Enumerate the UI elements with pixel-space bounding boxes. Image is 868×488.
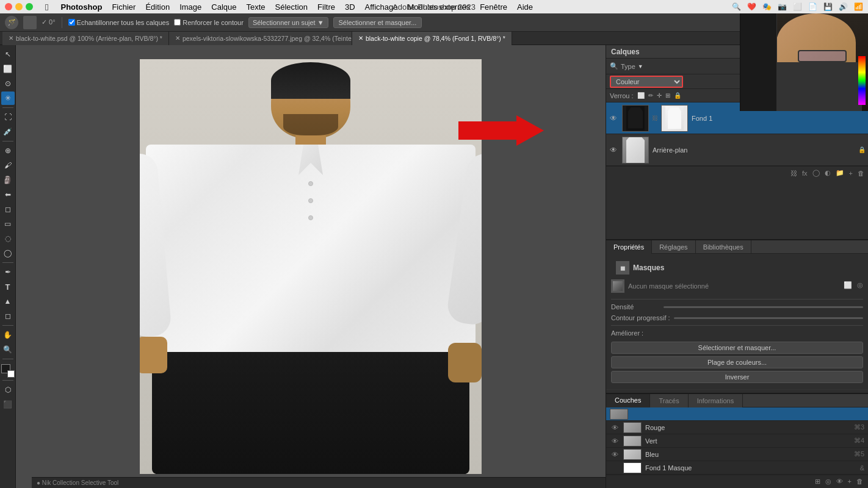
channel-fond1-masque[interactable]: Fond 1 Masque & — [606, 461, 868, 475]
layer-vis-bg[interactable]: 👁 — [609, 145, 618, 155]
tab-traces[interactable]: Tracés — [650, 394, 688, 407]
select-subject-dropdown[interactable]: Sélectionner un sujet ▼ — [248, 17, 328, 28]
lb-delete-icon[interactable]: 🗑 — [858, 170, 864, 177]
mask-add-vector-icon[interactable]: ◎ — [857, 281, 863, 289]
minimize-button[interactable] — [15, 3, 23, 10]
tab-1[interactable]: ✕ pexels-viktoria-slowikowska-5332277.jp… — [169, 32, 352, 45]
spot-heal-tool[interactable]: ⊕ — [1, 144, 15, 157]
tab-informations[interactable]: Informations — [689, 394, 743, 407]
layer-vis-fond1[interactable]: 👁 — [609, 113, 618, 123]
sample-all-layers-checkbox[interactable]: Echantillonner tous les calques — [68, 19, 170, 26]
hand-tool[interactable]: ✋ — [1, 328, 15, 342]
lock-all-icon[interactable]: 🔒 — [674, 92, 681, 99]
channel-rgb[interactable] — [606, 407, 868, 421]
magic-wand-tool[interactable]: ✳ — [1, 92, 15, 105]
lb-link-icon[interactable]: ⛓ — [790, 170, 797, 177]
maximize-button[interactable] — [26, 3, 33, 10]
tool-sep-6 — [2, 380, 13, 381]
menu-3d[interactable]: 3D — [345, 2, 355, 12]
selection-tool[interactable]: ⬜ — [1, 62, 15, 76]
shape-tool[interactable]: ◻ — [1, 309, 15, 323]
stamp-tool[interactable]: 🗿 — [1, 173, 15, 187]
channel-vis-bleu[interactable]: 👁 — [610, 451, 620, 458]
lb-fx-icon[interactable]: fx — [802, 170, 808, 177]
layers-type-dropdown-icon[interactable]: ▼ — [638, 63, 643, 70]
lock-pixels-icon[interactable]: ✏ — [648, 92, 653, 99]
menu-selection[interactable]: Sélection — [275, 2, 308, 12]
ch-delete-icon[interactable]: 🗑 — [856, 478, 863, 486]
densite-slider[interactable] — [664, 306, 863, 308]
tab-bibliotheques[interactable]: Bibliothèques — [696, 240, 751, 254]
tab-2[interactable]: ✕ black-to-white copie @ 78,4% (Fond 1, … — [352, 32, 512, 45]
lasso-tool[interactable]: ⊙ — [1, 77, 15, 90]
mask-add-pixel-icon[interactable]: ⬜ — [844, 281, 852, 289]
color-range-btn[interactable]: Plage de couleurs... — [611, 356, 863, 368]
path-select-tool[interactable]: ▲ — [1, 295, 15, 308]
blend-mode-select[interactable]: Couleur Normal Multiplie — [610, 76, 683, 88]
blur-tool[interactable]: ◌ — [1, 232, 15, 245]
ch-channel-icon[interactable]: ◎ — [825, 478, 831, 486]
eye-icon-fond1[interactable]: 👁 — [610, 114, 617, 123]
ch-eye-icon[interactable]: 👁 — [836, 478, 843, 486]
eraser-tool[interactable]: ◻ — [1, 203, 15, 216]
select-mask-button[interactable]: Sélectionner et masquer... — [333, 17, 422, 28]
menu-filtre[interactable]: Filtre — [317, 2, 335, 12]
quick-mask-btn[interactable]: ⬡ — [1, 383, 15, 396]
channels-tabs: Couches Tracés Informations — [606, 394, 868, 407]
gradient-tool[interactable]: ▭ — [1, 217, 15, 231]
layer-arriere-plan[interactable]: 👁 Arrière-plan 🔒 — [606, 134, 868, 166]
tab-proprietes[interactable]: Propriétés — [606, 240, 652, 254]
tab-reglages[interactable]: Réglages — [652, 240, 695, 254]
layers-filter-icon[interactable]: 🔍 — [610, 62, 618, 70]
tab-0[interactable]: ✕ black-to-white.psd @ 100% (Arrière-pla… — [2, 32, 169, 45]
move-tool[interactable]: ↖ — [1, 48, 15, 61]
select-mask-btn[interactable]: Sélectionner et masquer... — [611, 342, 863, 354]
channel-bleu[interactable]: 👁 Bleu ⌘5 — [606, 448, 868, 461]
lock-transparency-icon[interactable]: ⬜ — [637, 92, 645, 99]
pen-tool[interactable]: ✒ — [1, 265, 15, 279]
menu-calque[interactable]: Calque — [211, 2, 236, 12]
dodge-tool[interactable]: ◯ — [1, 246, 15, 260]
channel-vis-rouge[interactable]: 👁 — [610, 424, 620, 431]
zoom-tool[interactable]: 🔍 — [1, 343, 15, 356]
contour-slider[interactable] — [674, 317, 863, 319]
lock-position-icon[interactable]: ✛ — [657, 92, 662, 99]
menu-right-icons: 🔍 ❤️ 🎭 📷 ⬜ 📄 💾 🔊 📶 — [732, 2, 863, 11]
eyedropper-tool[interactable]: 💉 — [1, 125, 15, 138]
invert-btn[interactable]: Inverser — [611, 371, 863, 383]
brush-tool[interactable]: 🖌 — [1, 159, 15, 172]
lb-mask-icon[interactable]: ◯ — [812, 169, 820, 177]
eye-bleu[interactable]: 👁 — [612, 451, 618, 458]
eye-vert[interactable]: 👁 — [612, 437, 618, 445]
lock-artboard-icon[interactable]: ⊞ — [665, 92, 670, 99]
eye-icon-bg[interactable]: 👁 — [610, 146, 617, 154]
menu-fenetre[interactable]: Fenêtre — [480, 2, 507, 12]
ch-new-icon[interactable]: + — [848, 478, 852, 486]
lb-folder-icon[interactable]: 📁 — [836, 169, 844, 177]
screen-mode-btn[interactable]: ⬛ — [1, 398, 15, 411]
history-brush[interactable]: ⬅ — [1, 188, 15, 201]
eye-rouge[interactable]: 👁 — [612, 424, 618, 431]
channel-thumb-rgb — [610, 409, 628, 420]
lb-adjustment-icon[interactable]: ◐ — [825, 169, 831, 177]
menu-fichier[interactable]: Fichier — [112, 2, 136, 12]
channel-vis-vert[interactable]: 👁 — [610, 437, 620, 445]
lb-new-layer-icon[interactable]: + — [849, 170, 853, 177]
menu-aide[interactable]: Aide — [517, 2, 533, 12]
app-name[interactable]: Photoshop — [60, 2, 102, 12]
masques-icon: ◼ — [616, 261, 629, 274]
channel-vert[interactable]: 👁 Vert ⌘4 — [606, 434, 868, 448]
menu-edition[interactable]: Édition — [145, 2, 170, 12]
close-button[interactable] — [5, 3, 12, 10]
text-tool[interactable]: T — [1, 280, 15, 293]
reinforce-checkbox[interactable]: Renforcer le contour — [174, 19, 244, 26]
crop-tool[interactable]: ⛶ — [1, 110, 15, 124]
apple-menu[interactable]:  — [45, 2, 48, 12]
tab-couches[interactable]: Couches — [606, 394, 650, 407]
foreground-color[interactable] — [1, 364, 15, 378]
channel-rouge[interactable]: 👁 Rouge ⌘3 — [606, 421, 868, 434]
menu-image[interactable]: Image — [179, 2, 201, 12]
menu-texte[interactable]: Texte — [246, 2, 265, 12]
tool-sep-1 — [2, 107, 13, 108]
ch-dotted-icon[interactable]: ⊞ — [815, 478, 820, 486]
